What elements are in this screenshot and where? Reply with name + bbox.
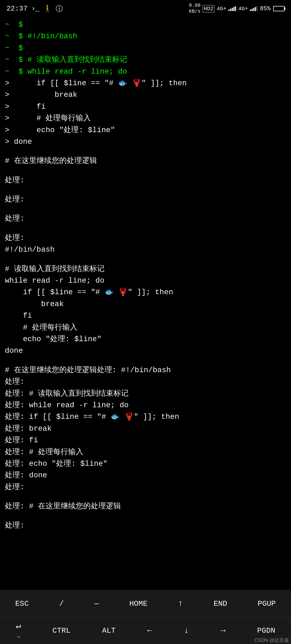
- spacer: [5, 148, 286, 155]
- terminal-line: 处理: done: [5, 470, 286, 481]
- keyboard-bar-bottom: ↵→ CTRL ALT ← ↓ → PGDN: [0, 617, 291, 644]
- terminal-line: done: [5, 345, 286, 357]
- terminal-line: # 读取输入直到找到结束标记: [5, 263, 286, 275]
- spacer: [5, 512, 286, 520]
- terminal-line: ~ $: [5, 19, 286, 30]
- terminal-line: 处理:: [5, 481, 286, 493]
- key-ctrl[interactable]: CTRL: [48, 624, 75, 638]
- terminal-line: 处理: break: [5, 423, 286, 434]
- terminal-line: if [[ $line == "# 🐟 🦞" ]]; then: [5, 286, 286, 298]
- spacer: [5, 357, 286, 364]
- terminal-line: fi: [5, 310, 286, 321]
- signal-bars-2: [250, 6, 258, 11]
- terminal-line: 处理:: [5, 174, 286, 186]
- signal-bars-1: [228, 6, 236, 11]
- terminal-icon: ›_: [31, 5, 40, 13]
- signal-4g2-icon: 4G+: [238, 6, 248, 12]
- signal-4g1-icon: 4G+: [217, 6, 226, 12]
- status-right: 0.00KB/s HD2 4G+ 4G+ 85%: [189, 3, 285, 14]
- key-slash[interactable]: /: [55, 597, 68, 611]
- terminal-line: 处理:: [5, 213, 286, 224]
- terminal-line: > if [[ $line == "# 🐟 🦞" ]]; then: [5, 77, 286, 89]
- spacer: [5, 225, 286, 232]
- terminal-line: 处理: # 在这里继续您的处理逻辑: [5, 501, 286, 512]
- key-down[interactable]: ↓: [179, 623, 193, 638]
- status-left: 22:37 ›_ 🚶 ⓘ: [6, 4, 63, 13]
- terminal-line: 处理:: [5, 376, 286, 388]
- spacer: [5, 167, 286, 174]
- terminal-line: > break: [5, 89, 286, 101]
- terminal-line: > fi: [5, 101, 286, 112]
- status-bar: 22:37 ›_ 🚶 ⓘ 0.00KB/s HD2 4G+ 4G+ 85%: [0, 0, 291, 16]
- key-home[interactable]: HOME: [125, 597, 152, 611]
- terminal-line: ~ $ while read -r line; do: [5, 66, 286, 77]
- hd2-badge: HD2: [203, 5, 214, 12]
- terminal-line: ~ $ #!/bin/bash: [5, 30, 286, 42]
- terminal-line: 处理: # 读取输入直到找到结束标记: [5, 388, 286, 399]
- terminal-line: break: [5, 298, 286, 310]
- key-alt[interactable]: ALT: [98, 624, 120, 638]
- terminal-line: #!/bin/bash: [5, 244, 286, 255]
- terminal-line: echo "处理: $line": [5, 333, 286, 345]
- key-esc[interactable]: ESC: [11, 597, 33, 611]
- terminal-line: 处理: fi: [5, 434, 286, 446]
- keyboard-bar-top: ESC / — HOME ↑ END PGUP: [0, 590, 291, 617]
- info-icon: ⓘ: [56, 4, 63, 13]
- terminal-area: ~ $ ~ $ #!/bin/bash ~ $ ~ $ # 读取输入直到找到结束…: [0, 16, 291, 612]
- terminal-line: ~ $ # 读取输入直到找到结束标记: [5, 54, 286, 66]
- terminal-line: 处理: while read -r line; do: [5, 399, 286, 411]
- terminal-line: # 在这里继续您的处理逻辑处理: #!/bin/bash: [5, 364, 286, 376]
- terminal-line: # 处理每行输入: [5, 322, 286, 333]
- key-pgup[interactable]: PGUP: [253, 597, 280, 611]
- key-left[interactable]: ←: [143, 623, 157, 638]
- network-speed: 0.00KB/s: [189, 3, 200, 14]
- terminal-line: 处理:: [5, 194, 286, 205]
- terminal-line: 处理: # 处理每行输入: [5, 446, 286, 458]
- terminal-line: > echo "处理: $line": [5, 124, 286, 136]
- key-return[interactable]: ↵→: [11, 618, 25, 644]
- terminal-line: 处理: if [[ $line == "# 🐟 🦞" ]]; then: [5, 411, 286, 423]
- time-display: 22:37: [6, 5, 27, 13]
- terminal-line: while read -r line; do: [5, 275, 286, 286]
- spacer: [5, 256, 286, 263]
- key-right[interactable]: →: [216, 623, 230, 638]
- spacer: [5, 205, 286, 213]
- battery-icon: [273, 6, 285, 11]
- terminal-line: ~ $: [5, 42, 286, 54]
- key-dash[interactable]: —: [90, 597, 103, 611]
- spacer: [5, 186, 286, 194]
- key-up[interactable]: ↑: [174, 596, 187, 611]
- terminal-line: # 在这里继续您的处理逻辑: [5, 155, 286, 167]
- key-end[interactable]: END: [209, 597, 231, 611]
- terminal-line: > done: [5, 136, 286, 148]
- terminal-line: > # 处理每行输入: [5, 112, 286, 124]
- battery-percent: 85%: [260, 5, 271, 12]
- terminal-line: 处理: echo "处理: $line": [5, 458, 286, 470]
- spacer: [5, 493, 286, 501]
- key-pgdn[interactable]: PGDN: [253, 624, 279, 638]
- terminal-line: 处理:: [5, 520, 286, 531]
- person-icon: 🚶: [43, 4, 52, 13]
- terminal-line: 处理:: [5, 232, 286, 244]
- watermark: CSDN @赵灵越: [254, 637, 289, 643]
